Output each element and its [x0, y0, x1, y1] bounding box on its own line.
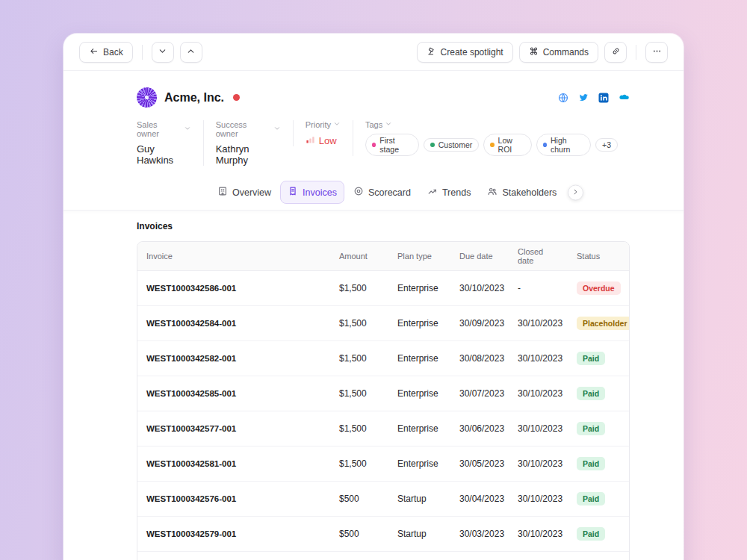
- cell-invoice: WEST1000342576-001: [137, 482, 330, 517]
- invoice-row[interactable]: WEST1000342584-001$1,500Enterprise30/09/…: [137, 306, 629, 341]
- field-priority: Priority Low: [293, 120, 353, 146]
- field-success-owner: Success owner Kathryn Murphy: [203, 120, 293, 166]
- invoice-row[interactable]: WEST1000342582-001$1,500Enterprise30/08/…: [137, 341, 629, 376]
- tabs-row: OverviewInvoicesScorecardTrendsStakehold…: [210, 181, 576, 204]
- cell-plan-type: Startup: [388, 552, 450, 560]
- cell-plan-type: Startup: [388, 517, 450, 552]
- prev-record-button[interactable]: [152, 42, 174, 63]
- tag-dot: [543, 143, 547, 147]
- cell-amount: $1,500: [330, 411, 388, 447]
- tags-more-badge[interactable]: +3: [595, 138, 618, 152]
- globe-icon[interactable]: [557, 92, 569, 104]
- invoice-row[interactable]: WEST1000342577-001$1,500Enterprise30/06/…: [137, 411, 629, 447]
- tag-customer[interactable]: Customer: [424, 138, 480, 152]
- invoices-panel: Invoices InvoiceAmountPlan typeDue dateC…: [63, 210, 684, 560]
- cell-plan-type: Enterprise: [388, 271, 450, 306]
- tag-dot: [372, 143, 376, 147]
- tab-overview[interactable]: Overview: [210, 181, 279, 204]
- cell-status: Paid: [568, 447, 629, 482]
- sales-owner-dropdown[interactable]: Sales owner: [137, 120, 191, 138]
- cell-plan-type: Enterprise: [388, 447, 450, 482]
- priority-value: Low: [306, 134, 341, 146]
- invoice-row[interactable]: WEST1000342578-001$500Startup30/03/20233…: [137, 552, 629, 560]
- create-spotlight-button[interactable]: Create spotlight: [417, 42, 513, 63]
- tag-list: First stageCustomerLow ROIHigh churn+3: [365, 134, 618, 156]
- salesforce-icon[interactable]: [618, 92, 630, 104]
- invoice-row[interactable]: WEST1000342585-001$1,500Enterprise30/07/…: [137, 376, 629, 411]
- company-header: Acme, Inc. Sales owner Guy Hawkins Succe…: [63, 71, 684, 204]
- chevron-down-icon: [273, 125, 281, 134]
- tag-high-churn[interactable]: High churn: [536, 134, 591, 156]
- next-record-button[interactable]: [180, 42, 202, 63]
- cell-amount: $500: [330, 482, 388, 517]
- tag-low-roi[interactable]: Low ROI: [483, 134, 531, 156]
- chevron-down-icon: [385, 120, 392, 129]
- tab-scorecard[interactable]: Scorecard: [346, 181, 418, 204]
- spotlight-icon: [427, 46, 436, 58]
- scorecard-icon: [353, 186, 364, 199]
- tab-stakeholders[interactable]: Stakeholders: [480, 181, 564, 204]
- more-options-button[interactable]: [645, 42, 668, 63]
- social-icons: [557, 92, 630, 104]
- arrow-left-icon: [89, 46, 99, 58]
- cell-status: Paid: [568, 482, 629, 517]
- success-owner-dropdown[interactable]: Success owner: [216, 120, 281, 138]
- cell-invoice: WEST1000342581-001: [137, 447, 330, 482]
- invoice-row[interactable]: WEST1000342576-001$500Startup30/04/20233…: [137, 482, 629, 517]
- tag-dot: [430, 143, 435, 147]
- stakeholders-icon: [487, 186, 498, 199]
- invoice-row[interactable]: WEST1000342581-001$1,500Enterprise30/05/…: [137, 447, 629, 482]
- cell-status: Paid: [568, 517, 629, 552]
- priority-bars-icon: [306, 134, 315, 146]
- tab-trends[interactable]: Trends: [420, 181, 478, 204]
- cell-status: Overdue: [568, 271, 629, 306]
- cell-status: Paid: [568, 341, 629, 376]
- cell-plan-type: Enterprise: [388, 376, 450, 411]
- status-badge: Paid: [577, 352, 605, 365]
- chevron-down-icon: [158, 46, 167, 58]
- cell-invoice: WEST1000342582-001: [137, 341, 330, 376]
- cell-amount: $500: [330, 517, 388, 552]
- cell-closed-date: 30/10/2023: [509, 517, 568, 552]
- tag-first-stage[interactable]: First stage: [365, 134, 419, 156]
- company-status-dot: [233, 94, 240, 101]
- cell-status: Paid: [568, 411, 629, 447]
- chevron-up-icon: [186, 46, 196, 58]
- company-detail-card: Back Create spotlight Commands Acme, I: [63, 34, 684, 560]
- cell-status: Placeholder: [568, 306, 629, 341]
- column-header-amount: Amount: [330, 242, 388, 271]
- tags-dropdown[interactable]: Tags: [365, 120, 618, 129]
- cell-closed-date: 30/10/2023: [509, 411, 568, 447]
- commands-button[interactable]: Commands: [519, 42, 598, 63]
- success-owner-value: Kathryn Murphy: [216, 143, 281, 166]
- company-name: Acme, Inc.: [164, 91, 224, 105]
- cell-due-date: 30/06/2023: [450, 411, 509, 447]
- cell-invoice: WEST1000342578-001: [137, 552, 330, 560]
- cell-amount: $1,500: [330, 376, 388, 411]
- tab-invoices[interactable]: Invoices: [280, 181, 344, 204]
- field-sales-owner: Sales owner Guy Hawkins: [137, 120, 203, 166]
- linkedin-icon[interactable]: [598, 92, 610, 104]
- toolbar-divider: [636, 45, 636, 60]
- invoice-row[interactable]: WEST1000342586-001$1,500Enterprise30/10/…: [137, 271, 629, 306]
- ellipsis-icon: [652, 46, 662, 58]
- priority-dropdown[interactable]: Priority: [306, 120, 341, 129]
- twitter-icon[interactable]: [577, 92, 589, 104]
- cell-closed-date: 30/10/2023: [509, 376, 568, 411]
- status-badge: Placeholder: [577, 317, 629, 330]
- invoice-row[interactable]: WEST1000342579-001$500Startup30/03/20233…: [137, 517, 629, 552]
- chevron-down-icon: [184, 125, 191, 134]
- overview-icon: [217, 186, 228, 199]
- cell-invoice: WEST1000342579-001: [137, 517, 330, 552]
- cell-due-date: 30/03/2023: [450, 517, 509, 552]
- back-button[interactable]: Back: [79, 42, 133, 63]
- invoices-icon: [288, 186, 298, 199]
- cell-due-date: 30/10/2023: [450, 271, 509, 306]
- table-header-row: InvoiceAmountPlan typeDue dateClosed dat…: [137, 242, 629, 271]
- cell-closed-date: 30/10/2023: [509, 306, 568, 341]
- column-header-status: Status: [568, 242, 629, 271]
- copy-link-button[interactable]: [604, 42, 627, 63]
- tabs-scroll-right-button[interactable]: [568, 184, 583, 200]
- column-header-plan-type: Plan type: [388, 242, 450, 271]
- cell-due-date: 30/09/2023: [450, 306, 509, 341]
